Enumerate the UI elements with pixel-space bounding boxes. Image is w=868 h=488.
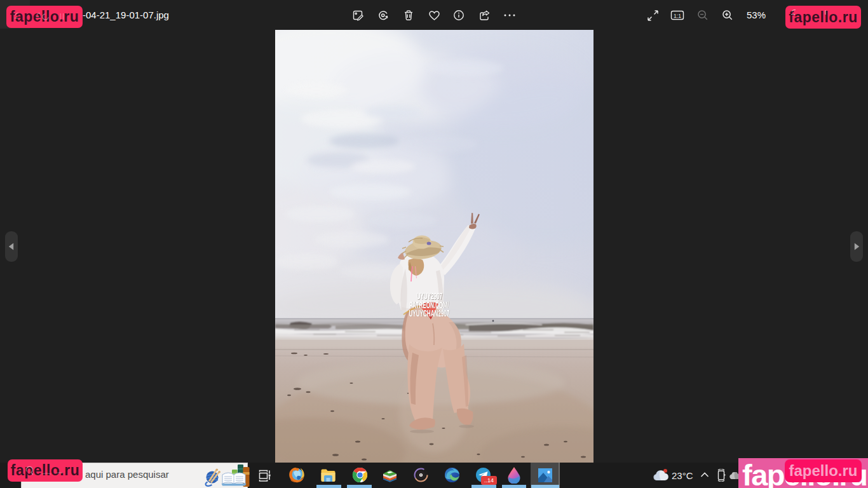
svg-text:UYUYCHAN2907: UYUYCHAN2907 [409, 309, 449, 318]
svg-text:1:1: 1:1 [674, 13, 681, 19]
svg-text:UYUY2907: UYUY2907 [417, 292, 443, 301]
